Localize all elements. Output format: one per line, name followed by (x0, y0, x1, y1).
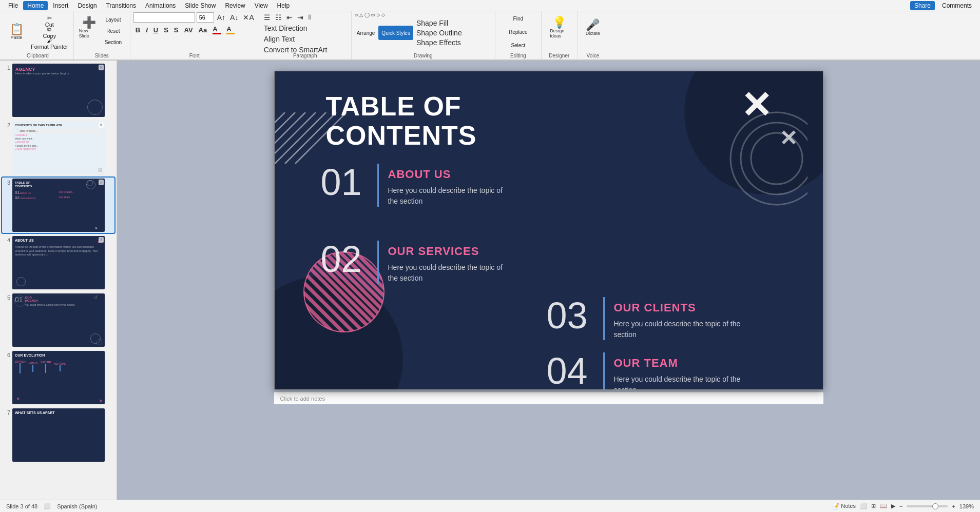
cut-button[interactable]: ✂ Cut (29, 16, 70, 26)
toc-item-03[interactable]: 03 OUR CLIENTS Here you could describe t… (547, 297, 758, 340)
clear-format-button[interactable]: ✕A (241, 13, 255, 22)
zoom-out-button[interactable]: − (899, 503, 902, 509)
slide-icon: ⬜ (44, 503, 51, 509)
svg-line-7 (275, 112, 326, 164)
menu-file[interactable]: File (4, 1, 22, 10)
zoom-in-button[interactable]: + (952, 503, 955, 509)
slide-thumb-3[interactable]: 3 TABLE OFCONTENTS 01 ABOUT US OUR CLIEN… (2, 178, 114, 233)
slide-thumb-6[interactable]: 6 OUR EVOLUTION JUPITER VENUS (2, 350, 114, 405)
menu-help[interactable]: Help (273, 1, 294, 10)
select-button[interactable]: Select (498, 39, 538, 51)
menu-insert[interactable]: Insert (49, 1, 72, 10)
bullet-list-button[interactable]: ☰ (262, 13, 272, 22)
find-button[interactable]: Find (498, 12, 538, 25)
status-bar: Slide 3 of 48 ⬜ Spanish (Spain) 📝 Notes … (0, 500, 980, 512)
design-ideas-button[interactable]: 💡 Design Ideas (548, 12, 570, 43)
close-slide-3[interactable]: × (99, 180, 104, 185)
close-slide-4[interactable]: × (99, 237, 104, 243)
slide-thumb-1[interactable]: 1 AGENCY Here is where your presentation… (2, 63, 114, 118)
decrease-font-button[interactable]: A↓ (228, 13, 240, 22)
deco-x-large: ✕ (741, 87, 772, 124)
replace-button[interactable]: Replace (498, 26, 538, 38)
indent-left-button[interactable]: ⇤ (285, 13, 294, 22)
svg-line-4 (275, 112, 295, 133)
toc-item-02[interactable]: 02 OUR SERVICES Here you could describe … (321, 241, 511, 284)
language: Spanish (Spain) (57, 503, 97, 509)
ribbon: 📋 Paste ✂ Cut ⧉ Copy 🖌 Format Painter Cl… (0, 11, 980, 61)
notes-view-button[interactable]: 📝 Notes (832, 503, 856, 509)
zoom-slider[interactable] (907, 505, 948, 507)
underline-button[interactable]: U (151, 25, 160, 35)
toc-item-04[interactable]: 04 OUR TEAM Here you could describe the … (547, 352, 758, 390)
arrange-button[interactable]: Arrange (355, 26, 377, 40)
shape-fill-button[interactable]: Shape Fill (415, 18, 464, 28)
layout-button[interactable]: Layout (103, 14, 124, 25)
font-name-input[interactable] (133, 12, 195, 23)
menu-review[interactable]: Review (221, 1, 249, 10)
menu-slideshow[interactable]: Slide Show (181, 1, 220, 10)
font-size-input[interactable] (197, 12, 214, 23)
menu-bar: File Home Insert Design Transitions Anim… (0, 0, 980, 11)
deco-x-small: ✕ (779, 128, 797, 149)
shadow-button[interactable]: S (172, 25, 181, 35)
share-button[interactable]: Share (910, 1, 935, 10)
presenter-view-button[interactable]: ▶ (891, 503, 895, 509)
font-color-button[interactable]: A (210, 24, 223, 35)
format-painter-button[interactable]: 🖌 Format Painter (29, 38, 70, 49)
slide-canvas: ✕ ✕ (274, 71, 823, 390)
paste-button[interactable]: 📋 Paste (5, 16, 28, 47)
reading-view-button[interactable]: 📖 (880, 503, 887, 509)
main-area: 1 AGENCY Here is where your presentation… (0, 61, 980, 500)
comments-button[interactable]: Comments (938, 1, 976, 10)
menu-home[interactable]: Home (23, 1, 48, 10)
normal-view-button[interactable]: ⬜ (860, 503, 867, 509)
toc-item-01[interactable]: 01 ABOUT US Here you could describe the … (321, 164, 511, 207)
indent-right-button[interactable]: ⇥ (296, 13, 305, 22)
case-button[interactable]: Aa (197, 25, 209, 35)
shape-effects-button[interactable]: Shape Effects (415, 38, 464, 47)
slide-thumb-4[interactable]: 4 ABOUT US It could be the part of the p… (2, 235, 114, 290)
bold-button[interactable]: B (133, 25, 142, 35)
close-slide-1[interactable]: × (99, 65, 104, 70)
notes-bar[interactable]: Click to add notes (274, 392, 823, 404)
slide-title[interactable]: TABLE OF CONTENTS (326, 92, 477, 150)
slide-thumb-2[interactable]: 2 CONTENTS OF THIS TEMPLATE 📄 slide temp… (2, 120, 114, 175)
increase-font-button[interactable]: A↑ (216, 13, 227, 22)
strikethrough-button[interactable]: S (162, 25, 170, 35)
italic-button[interactable]: I (144, 25, 150, 35)
char-spacing-button[interactable]: AV (182, 25, 195, 35)
highlight-button[interactable]: A (224, 24, 237, 35)
slide-thumb-5[interactable]: 5 01 OURAGENCY You could enter a subtitl… (2, 292, 114, 348)
svg-line-3 (275, 112, 285, 123)
columns-button[interactable]: ⫴ (306, 12, 313, 22)
section-button[interactable]: Section (103, 37, 124, 47)
numbered-list-button[interactable]: ☷ (274, 13, 283, 22)
slides-panel: 1 AGENCY Here is where your presentation… (0, 61, 117, 500)
canvas-area[interactable]: ✕ ✕ (117, 61, 980, 500)
quick-styles-button[interactable]: Quick Styles (378, 26, 413, 40)
svg-line-6 (275, 112, 316, 153)
slide-thumb-7[interactable]: 7 WHAT SETS US APART (2, 407, 114, 463)
menu-design[interactable]: Design (73, 1, 101, 10)
menu-view[interactable]: View (251, 1, 272, 10)
zoom-level[interactable]: 139% (959, 503, 974, 509)
reset-button[interactable]: Reset (103, 26, 124, 36)
close-slide-2[interactable]: × (99, 122, 104, 128)
menu-transitions[interactable]: Transitions (102, 1, 140, 10)
menu-animations[interactable]: Animations (141, 1, 180, 10)
new-slide-button[interactable]: ➕ New Slide (77, 12, 102, 43)
align-text-button[interactable]: Align Text (262, 34, 296, 44)
shape-outline-button[interactable]: Shape Outline (415, 28, 464, 37)
dictate-button[interactable]: 🎤 Dictate (582, 12, 604, 43)
copy-button[interactable]: ⧉ Copy (29, 27, 70, 37)
text-direction-button[interactable]: Text Direction (262, 24, 309, 33)
slide-sorter-button[interactable]: ⊞ (871, 503, 876, 509)
slide-info: Slide 3 of 48 (6, 503, 37, 509)
